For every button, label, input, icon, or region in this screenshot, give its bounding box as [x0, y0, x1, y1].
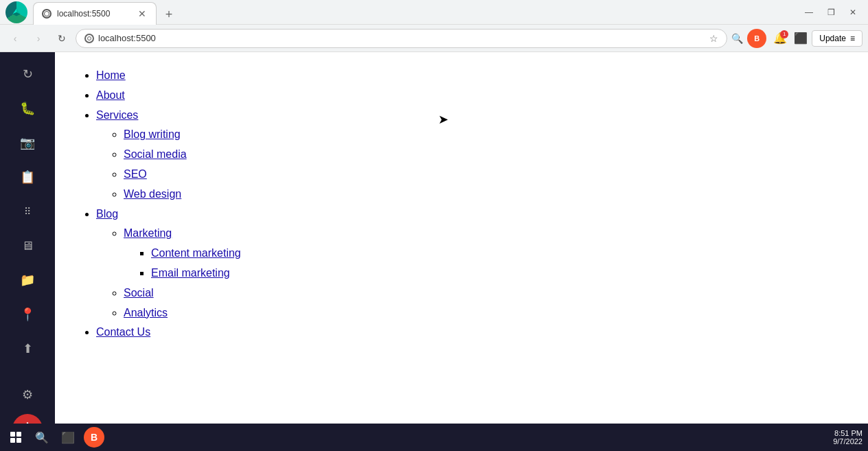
blog-writing-link[interactable]: Blog writing — [124, 128, 181, 140]
sidebar-folder-button[interactable]: 📁 — [12, 265, 43, 295]
social-media-link[interactable]: Social media — [124, 148, 187, 160]
list-item-blog: Blog Marketing Content marketing Email m… — [96, 205, 847, 323]
secure-icon — [84, 34, 94, 43]
list-item-content-marketing: Content marketing — [151, 244, 847, 264]
sidebar-copy-button[interactable]: 📋 — [12, 162, 43, 192]
tab-bar: localhost:5500 ✕ + — [33, 0, 794, 25]
services-sublist: Blog writing Social media SEO Web design — [96, 125, 847, 204]
web-design-link[interactable]: Web design — [124, 188, 181, 200]
list-item-web-design: Web design — [124, 185, 847, 205]
address-bar-row: ‹ › ↻ localhost:5500 ☆ 🔍 B 🔔 1 ⬛ Update … — [0, 25, 868, 52]
reload-button[interactable]: ↻ — [52, 29, 71, 48]
sidebar: ↻ 🐛 📷 📋 ⠿ 🖥 📁 📍 ⬆ ⚙ ⏻ — [0, 52, 55, 451]
tab-title: localhost:5500 — [57, 9, 131, 19]
browser-window: localhost:5500 ✕ + — ❒ ✕ ‹ › ↻ localhost… — [0, 0, 868, 451]
services-link[interactable]: Services — [96, 109, 138, 121]
list-item-seo: SEO — [124, 165, 847, 185]
clock-time: 8:51 PM — [833, 429, 863, 437]
sidebar-upload-button[interactable]: ⬆ — [12, 334, 43, 364]
main-layout: ↻ 🐛 📷 📋 ⠿ 🖥 📁 📍 ⬆ ⚙ ⏻ Home About — [0, 52, 868, 451]
taskbar: 🔍 ⬛ B 8:51 PM 9/7/2022 — [0, 424, 868, 451]
list-item-social: Social — [124, 284, 847, 303]
close-button[interactable]: ✕ — [843, 3, 863, 22]
maximize-button[interactable]: ❒ — [821, 3, 841, 22]
forward-button[interactable]: › — [29, 29, 48, 48]
sidebar-sync-button[interactable]: ↻ — [12, 59, 43, 89]
about-link[interactable]: About — [96, 89, 125, 101]
taskbar-brave-button[interactable]: B — [84, 427, 104, 448]
email-marketing-link[interactable]: Email marketing — [151, 267, 230, 279]
bookmark-button[interactable]: ☆ — [709, 33, 718, 44]
notification-icon[interactable]: 🔔 1 — [770, 29, 790, 48]
list-item-home: Home — [96, 66, 847, 86]
blog-link[interactable]: Blog — [96, 208, 118, 220]
address-bar[interactable]: localhost:5500 ☆ — [76, 29, 727, 48]
list-item-contact-us: Contact Us — [96, 323, 847, 343]
sidebar-camera-button[interactable]: 📷 — [12, 128, 43, 158]
social-link[interactable]: Social — [124, 287, 154, 299]
sidebar-screen-button[interactable]: 🖥 — [12, 231, 43, 261]
page-content: Home About Services Blog writing Social … — [55, 52, 868, 451]
list-item-about: About — [96, 86, 847, 106]
update-menu-icon: ≡ — [850, 34, 855, 43]
update-button[interactable]: Update ≡ — [812, 30, 863, 47]
taskbar-search-button[interactable]: 🔍 — [32, 427, 52, 448]
seo-link[interactable]: SEO — [124, 168, 147, 180]
marketing-sublist: Content marketing Email marketing — [124, 244, 847, 284]
window-controls: — ❒ ✕ — [799, 3, 863, 22]
blog-sublist: Marketing Content marketing Email market… — [96, 224, 847, 323]
list-item-analytics: Analytics — [124, 303, 847, 323]
sidebar-settings-button[interactable]: ⚙ — [12, 380, 43, 410]
windows-icon — [10, 432, 21, 443]
list-item-marketing: Marketing Content marketing Email market… — [124, 224, 847, 283]
nav-list: Home About Services Blog writing Social … — [76, 66, 847, 343]
update-label: Update — [819, 34, 846, 43]
content-marketing-link[interactable]: Content marketing — [151, 247, 241, 259]
toolbar-right: 🔍 B 🔔 1 ⬛ Update ≡ — [731, 29, 863, 48]
taskbar-view-button[interactable]: ⬛ — [58, 427, 78, 448]
minimize-button[interactable]: — — [799, 3, 819, 22]
active-tab[interactable]: localhost:5500 ✕ — [33, 2, 157, 25]
brave-shield-icon[interactable]: B — [747, 29, 766, 48]
back-button[interactable]: ‹ — [5, 29, 25, 48]
list-item-email-marketing: Email marketing — [151, 264, 847, 284]
start-button[interactable] — [5, 427, 26, 448]
screenshot-icon[interactable]: ⬛ — [794, 32, 808, 45]
list-item-social-media: Social media — [124, 145, 847, 165]
url-text: localhost:5500 — [98, 33, 705, 43]
sidebar-bug-button[interactable]: 🐛 — [12, 93, 43, 124]
clock-date: 9/7/2022 — [833, 437, 863, 446]
tab-close-button[interactable]: ✕ — [137, 7, 148, 21]
list-item-blog-writing: Blog writing — [124, 125, 847, 145]
contact-us-link[interactable]: Contact Us — [96, 326, 150, 338]
search-icon[interactable]: 🔍 — [731, 33, 743, 44]
list-item-services: Services Blog writing Social media SEO W… — [96, 106, 847, 205]
sidebar-location-button[interactable]: 📍 — [12, 299, 43, 329]
notification-badge: 1 — [780, 30, 788, 38]
tab-favicon — [42, 9, 52, 19]
sidebar-grid-button[interactable]: ⠿ — [12, 196, 43, 227]
taskbar-clock: 8:51 PM 9/7/2022 — [833, 429, 863, 446]
title-bar: localhost:5500 ✕ + — ❒ ✕ — [0, 0, 868, 25]
browser-logo — [5, 1, 27, 23]
home-link[interactable]: Home — [96, 69, 126, 81]
new-tab-button[interactable]: + — [159, 5, 179, 25]
marketing-link[interactable]: Marketing — [124, 227, 172, 239]
analytics-link[interactable]: Analytics — [124, 307, 168, 319]
